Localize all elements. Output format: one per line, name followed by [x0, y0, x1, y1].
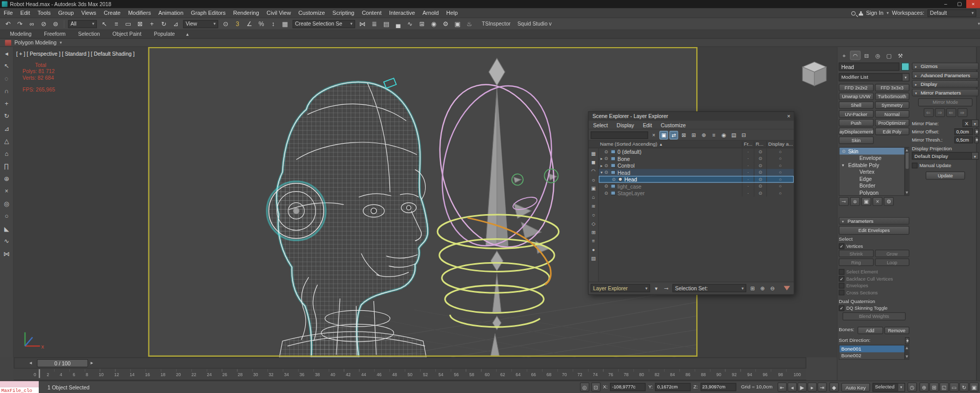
- sync-selection-icon[interactable]: ⇄: [669, 130, 678, 139]
- menu-item[interactable]: Tools: [34, 8, 54, 18]
- scene-explorer-search-input[interactable]: [591, 131, 648, 139]
- time-configuration-icon[interactable]: ◷: [908, 382, 917, 391]
- mirror-threshold-spinner[interactable]: [974, 136, 979, 143]
- expander-icon[interactable]: ▸: [599, 156, 604, 161]
- layer-color-chip[interactable]: [610, 164, 616, 168]
- display-groups-filter-icon[interactable]: ○: [590, 211, 598, 219]
- display-bones-filter-icon[interactable]: ⊞: [590, 228, 598, 237]
- rollout-collapsed[interactable]: ▸ Display: [912, 80, 979, 88]
- minimize-button[interactable]: –: [939, 0, 952, 8]
- render-toggle[interactable]: ⊙: [754, 148, 766, 155]
- display-helpers-filter-icon[interactable]: ⌂: [590, 193, 598, 201]
- rectangular-selection-region-icon[interactable]: ▭: [122, 18, 134, 29]
- bones-scrollbar[interactable]: [904, 345, 909, 359]
- workspaces-dropdown[interactable]: Default ▾: [927, 9, 976, 17]
- render-production-icon[interactable]: ♨: [464, 18, 475, 29]
- backface-cull-checkbox[interactable]: ✓ Backface Cull Vertices: [839, 275, 909, 282]
- next-frame-icon[interactable]: ▸: [807, 382, 817, 391]
- modifier-toggle-icon[interactable]: ⊙: [842, 149, 848, 154]
- select-children-icon[interactable]: ≡: [709, 130, 718, 139]
- show-end-result-icon[interactable]: ≑: [850, 197, 860, 206]
- frozen-toggle[interactable]: ·: [742, 148, 753, 155]
- sort-spinner[interactable]: [905, 337, 910, 343]
- zoom-all-icon[interactable]: ⊞: [929, 382, 939, 391]
- home-grid-icon[interactable]: ⌂: [1, 148, 12, 159]
- expander-icon[interactable]: ▸: [599, 163, 604, 168]
- paste-green-to-blue-verts-icon[interactable]: ⇚: [946, 108, 956, 117]
- material-editor-icon[interactable]: ◉: [428, 18, 439, 29]
- display-geometry-filter-icon[interactable]: ◼: [590, 158, 598, 167]
- grow-button[interactable]: Grow: [875, 250, 910, 258]
- object-color-swatch[interactable]: [901, 62, 910, 71]
- schematic-view-icon[interactable]: ⊞: [416, 18, 428, 29]
- menu-item[interactable]: Edit: [16, 8, 34, 18]
- vertices-checkbox[interactable]: ✓ Vertices: [839, 243, 909, 249]
- menu-item[interactable]: Group: [55, 8, 78, 18]
- modifier-stack-row[interactable]: Edge: [839, 175, 909, 182]
- shrink-button[interactable]: Shrink: [839, 250, 873, 258]
- mirror-offset-spinner[interactable]: [974, 128, 979, 134]
- frozen-toggle[interactable]: ·: [742, 183, 753, 190]
- select-by-name-icon[interactable]: ≡: [111, 18, 122, 29]
- zoom-region-icon[interactable]: ▭: [949, 382, 959, 391]
- display-materials-filter-icon[interactable]: ●: [590, 246, 598, 254]
- view-cube[interactable]: [802, 62, 826, 86]
- layer-color-chip[interactable]: [610, 156, 616, 161]
- modifier-stack-row[interactable]: Polygon: [839, 189, 909, 196]
- time-forward-icon[interactable]: ▸: [91, 360, 93, 365]
- update-button[interactable]: Update: [925, 172, 965, 180]
- display-toggle[interactable]: ○: [766, 148, 794, 155]
- render-toggle[interactable]: ⊙: [754, 183, 766, 190]
- list-item[interactable]: 0 (default) · ⊙ ○: [599, 148, 794, 155]
- viewport-label[interactable]: [ + ] [ Perspective ] [ Standard ] [ Def…: [16, 51, 135, 57]
- display-lights-filter-icon[interactable]: ☼: [590, 176, 598, 184]
- select-and-link-icon[interactable]: ∞: [26, 18, 37, 29]
- create-tab[interactable]: +: [839, 51, 849, 60]
- expander-icon[interactable]: ▾: [599, 170, 604, 175]
- ribbon-tab[interactable]: Selection: [72, 30, 106, 38]
- maximize-viewport-icon[interactable]: ▣: [969, 382, 978, 391]
- layer-color-chip[interactable]: [618, 177, 623, 182]
- make-unique-icon[interactable]: ▣: [861, 197, 871, 206]
- scene-explorer-menu-item[interactable]: Display: [612, 122, 639, 128]
- modify-tab[interactable]: ◠: [850, 51, 861, 60]
- column-header-display[interactable]: Display a...: [766, 142, 794, 147]
- frozen-toggle[interactable]: ·: [742, 176, 753, 182]
- render-setup-icon[interactable]: ⚙: [440, 18, 451, 29]
- play-icon[interactable]: ▶: [797, 382, 806, 391]
- display-layers-filter-icon[interactable]: ▤: [590, 255, 598, 263]
- motion-tab[interactable]: ◎: [872, 51, 883, 60]
- bone-list-item[interactable]: Bone001: [839, 345, 909, 352]
- object-name-field[interactable]: Head: [839, 62, 899, 71]
- menu-item[interactable]: Rendering: [229, 8, 263, 18]
- list-item[interactable]: ▸ Control · ⊙ ○: [599, 162, 794, 169]
- loop-button[interactable]: Loop: [875, 259, 910, 266]
- list-item[interactable]: ▸ Bone · ⊙ ○: [599, 155, 794, 162]
- modifier-button[interactable]: FFD 3x3x3: [875, 84, 910, 91]
- bridge-tool-icon[interactable]: ∏: [1, 161, 12, 172]
- modifier-button[interactable]: Unwrap UVW: [839, 93, 873, 100]
- add-selection-to-layer-icon[interactable]: ⊕: [699, 130, 708, 139]
- z-coordinate-field[interactable]: 23,9097cm: [700, 383, 736, 391]
- display-toggle[interactable]: ○: [766, 162, 794, 169]
- render-toggle[interactable]: ⊙: [754, 155, 766, 162]
- menu-item[interactable]: Views: [78, 8, 100, 18]
- visibility-eye-icon[interactable]: [604, 149, 610, 154]
- column-header-frozen[interactable]: Fr...: [742, 142, 753, 147]
- snaps-toggle-icon[interactable]: 3: [232, 18, 243, 29]
- mirror-threshold-field[interactable]: 0,5cm: [954, 136, 973, 143]
- modifier-stack-row[interactable]: Vertex: [839, 168, 909, 175]
- viewport-tab-arrow-icon[interactable]: ◂: [1, 48, 12, 59]
- layer-color-chip[interactable]: [610, 191, 616, 195]
- clear-search-icon[interactable]: ×: [649, 130, 658, 139]
- rendered-frame-window-icon[interactable]: ▣: [452, 18, 463, 29]
- track-bar[interactable]: 0246810121416182022242628303234363840424…: [14, 368, 806, 380]
- render-toggle[interactable]: ⊙: [754, 190, 766, 196]
- visibility-eye-icon[interactable]: [604, 156, 610, 161]
- display-cameras-filter-icon[interactable]: ▣: [590, 184, 598, 193]
- column-header-render[interactable]: R...: [754, 142, 766, 147]
- render-toggle[interactable]: ⊙: [754, 176, 766, 182]
- time-back-icon[interactable]: ◂: [30, 360, 32, 365]
- modifier-button[interactable]: Symmetry: [875, 101, 910, 109]
- close-button[interactable]: ×: [966, 0, 980, 8]
